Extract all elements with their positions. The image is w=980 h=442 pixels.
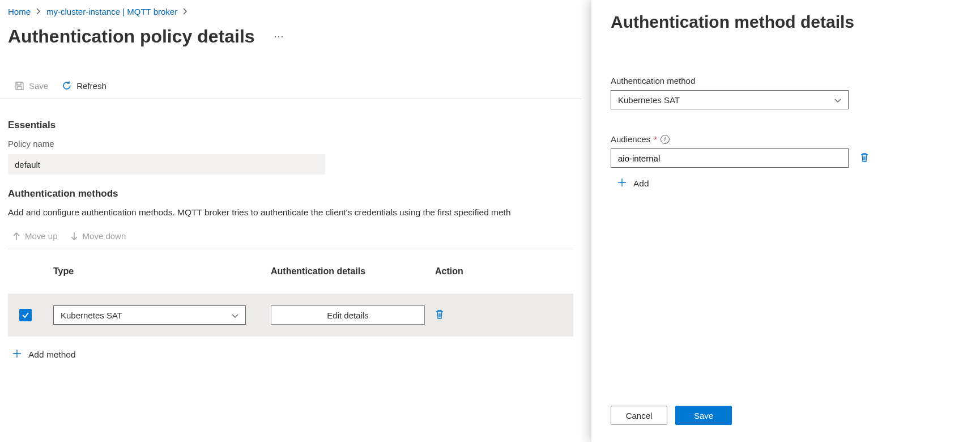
delete-row-button[interactable] xyxy=(435,312,444,321)
more-actions-button[interactable]: ··· xyxy=(271,31,288,42)
arrow-down-icon xyxy=(70,232,78,241)
save-icon xyxy=(15,81,24,91)
save-label: Save xyxy=(29,81,48,91)
move-down-label: Move down xyxy=(83,231,126,241)
edit-details-button[interactable]: Edit details xyxy=(271,305,425,325)
col-details: Authentication details xyxy=(271,266,435,277)
cancel-button[interactable]: Cancel xyxy=(611,406,667,425)
add-method-button[interactable]: Add method xyxy=(12,349,76,360)
table-header: Type Authentication details Action xyxy=(8,266,573,277)
breadcrumb-instance[interactable]: my-cluster-instance | MQTT broker xyxy=(46,7,177,16)
refresh-button[interactable]: Refresh xyxy=(62,80,106,91)
add-audience-button[interactable]: Add xyxy=(617,178,649,189)
essentials-heading: Essentials xyxy=(8,120,573,131)
auth-methods-heading: Authentication methods xyxy=(8,188,573,199)
refresh-label: Refresh xyxy=(76,81,106,91)
required-indicator: * xyxy=(654,134,657,144)
type-select[interactable]: Kubernetes SAT xyxy=(53,305,246,325)
policy-name-label: Policy name xyxy=(8,139,573,148)
delete-audience-button[interactable] xyxy=(860,152,869,164)
page-title-row: Authentication policy details ··· xyxy=(8,27,573,46)
policy-name-value: default xyxy=(8,154,325,175)
arrow-up-icon xyxy=(12,232,20,241)
move-up-label: Move up xyxy=(25,231,58,241)
breadcrumb: Home my-cluster-instance | MQTT broker xyxy=(8,7,573,16)
move-toolbar: Move up Move down xyxy=(8,226,573,249)
audiences-label: Audiences * i xyxy=(611,134,957,144)
auth-methods-description: Add and configure authentication methods… xyxy=(8,207,573,218)
chevron-right-icon xyxy=(36,7,41,16)
add-method-label: Add method xyxy=(28,350,76,360)
method-label: Authentication method xyxy=(611,76,957,86)
method-select[interactable]: Kubernetes SAT xyxy=(611,90,849,109)
chevron-down-icon xyxy=(232,311,238,320)
col-action: Action xyxy=(435,266,503,277)
save-button[interactable]: Save xyxy=(675,406,732,425)
method-select-value: Kubernetes SAT xyxy=(618,95,680,105)
panel-footer: Cancel Save xyxy=(611,394,957,442)
chevron-right-icon xyxy=(183,7,188,16)
main-content: Home my-cluster-instance | MQTT broker A… xyxy=(0,0,591,442)
auth-methods-table: Type Authentication details Action Kuber… xyxy=(8,266,573,337)
breadcrumb-home[interactable]: Home xyxy=(8,7,31,16)
side-panel: Authentication method details Authentica… xyxy=(591,0,980,442)
add-audience-label: Add xyxy=(633,178,649,189)
chevron-down-icon xyxy=(834,95,841,105)
info-icon[interactable]: i xyxy=(661,135,670,144)
type-select-value: Kubernetes SAT xyxy=(61,311,122,320)
plus-icon xyxy=(12,349,22,360)
audiences-label-text: Audiences xyxy=(611,134,650,144)
move-down-button[interactable]: Move down xyxy=(70,231,126,241)
save-button[interactable]: Save xyxy=(15,81,48,91)
page-title: Authentication policy details xyxy=(8,27,255,46)
col-type: Type xyxy=(53,266,271,277)
command-bar: Save Refresh xyxy=(0,75,581,99)
audiences-input[interactable] xyxy=(611,148,849,168)
panel-title: Authentication method details xyxy=(611,12,957,32)
table-row: Kubernetes SAT Edit details xyxy=(8,294,573,337)
refresh-icon xyxy=(62,80,72,91)
panel-content: Authentication method Kubernetes SAT Aud… xyxy=(611,76,957,394)
plus-icon xyxy=(617,178,627,189)
move-up-button[interactable]: Move up xyxy=(12,231,58,241)
row-checkbox[interactable] xyxy=(19,309,32,321)
